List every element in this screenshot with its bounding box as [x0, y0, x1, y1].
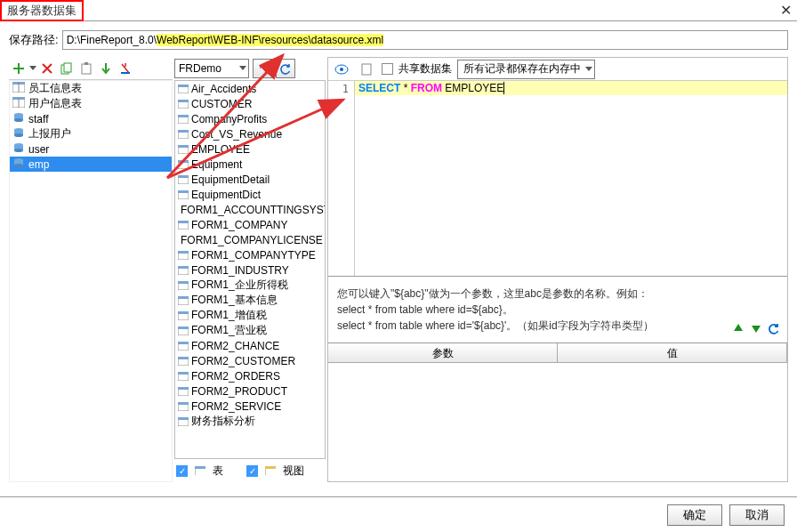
grid-icon	[12, 82, 25, 95]
connection-dropdown[interactable]: FRDemo	[174, 59, 249, 78]
table-item[interactable]: FORM1_增值税	[175, 308, 325, 323]
table-item[interactable]: CompanyProfits	[175, 111, 325, 126]
param-table-body[interactable]	[328, 363, 787, 481]
table-icon	[178, 417, 189, 426]
dataset-item[interactable]: emp	[10, 157, 172, 172]
table-item[interactable]: FORM1_ACCOUNTTINGSYSTEM	[175, 202, 325, 217]
param-col-value: 值	[558, 343, 787, 362]
page-button[interactable]	[357, 60, 376, 79]
table-item[interactable]: FORM1_INDUSTRY	[175, 262, 325, 278]
table-item[interactable]: FORM2_PRODUCT	[175, 383, 325, 399]
svg-rect-50	[178, 281, 189, 284]
table-icon	[178, 387, 189, 396]
table-item[interactable]: EquipmentDetail	[175, 172, 325, 187]
clear-button[interactable]	[116, 59, 135, 78]
add-button[interactable]	[9, 59, 28, 78]
table-icon	[178, 145, 189, 154]
memory-mode-dropdown[interactable]: 所有记录都保存在内存中	[457, 60, 595, 79]
db-icon	[12, 157, 25, 171]
table-item[interactable]: EMPLOYEE	[175, 141, 325, 157]
dataset-item[interactable]: staff	[10, 111, 172, 126]
table-icon	[178, 175, 189, 184]
save-path-label: 保存路径:	[9, 32, 59, 48]
sql-editor[interactable]: 1 SELECT * FROM EMPLOYEE	[328, 81, 787, 277]
table-icon	[178, 130, 189, 139]
db-icon	[12, 127, 25, 141]
views-checkbox[interactable]: ✓	[246, 465, 258, 477]
dataset-item[interactable]: 员工信息表	[10, 81, 172, 96]
close-icon[interactable]: ✕	[780, 2, 792, 19]
svg-rect-38	[178, 190, 189, 193]
svg-rect-24	[178, 85, 189, 87]
param-down-icon[interactable]	[750, 322, 762, 339]
sql-toolbar: 共享数据集 所有记录都保存在内存中	[328, 58, 787, 81]
svg-rect-68	[178, 417, 189, 420]
delete-button[interactable]	[37, 59, 57, 78]
table-item[interactable]: FORM1_营业税	[175, 323, 325, 338]
table-item[interactable]: FORM1_企业所得税	[175, 278, 325, 293]
ok-button[interactable]: 确定	[667, 504, 722, 526]
svg-rect-66	[178, 402, 189, 405]
move-down-button[interactable]	[96, 59, 116, 78]
svg-point-74	[340, 68, 343, 71]
table-item[interactable]: FORM1_基本信息	[175, 293, 325, 308]
param-refresh-icon[interactable]	[768, 322, 780, 339]
tables-checkbox[interactable]: ✓	[176, 465, 188, 477]
table-icon	[178, 357, 189, 366]
refresh-tables-button[interactable]	[276, 59, 295, 78]
table-item[interactable]: FORM2_CHANCE	[175, 338, 325, 353]
save-path-input[interactable]: D:\FineReport_8.0\WebReport\WEB-INF\reso…	[62, 30, 788, 50]
table-item[interactable]: Air_Accidents	[175, 81, 325, 96]
table-list[interactable]: Air_AccidentsCUSTOMERCompanyProfitsCost_…	[174, 80, 326, 459]
table-item[interactable]: FORM1_COMPANYTYPE	[175, 247, 325, 262]
table-icon	[178, 311, 189, 320]
preview-button[interactable]	[332, 60, 351, 79]
svg-rect-60	[178, 357, 189, 359]
svg-point-21	[14, 164, 23, 167]
table-icon	[178, 342, 189, 351]
table-item[interactable]: FORM2_SERVICE	[175, 399, 325, 414]
table-icon	[178, 115, 189, 124]
table-item[interactable]: FORM2_ORDERS	[175, 368, 325, 383]
table-item[interactable]: EquipmentDict	[175, 187, 325, 202]
share-checkbox[interactable]	[382, 63, 393, 75]
table-icon	[178, 221, 189, 230]
svg-point-12	[14, 118, 23, 122]
svg-rect-42	[178, 221, 189, 223]
save-path-row: 保存路径: D:\FineReport_8.0\WebReport\WEB-IN…	[0, 21, 797, 57]
table-toolbar: FRDemo	[174, 57, 326, 80]
window-title: 服务器数据集	[0, 0, 84, 21]
svg-rect-58	[178, 342, 189, 344]
table-item[interactable]: Equipment	[175, 157, 325, 172]
svg-rect-1	[64, 63, 71, 72]
table-item[interactable]: 财务指标分析	[175, 414, 325, 429]
svg-rect-3	[85, 62, 88, 65]
svg-rect-52	[178, 296, 189, 299]
dataset-item[interactable]: 上报用户	[10, 126, 172, 141]
svg-point-15	[14, 133, 23, 137]
svg-rect-62	[178, 372, 189, 375]
svg-rect-26	[178, 100, 189, 102]
settings-button[interactable]	[253, 59, 272, 78]
table-item[interactable]: Cost_VS_Revenue	[175, 126, 325, 141]
svg-point-18	[14, 149, 23, 152]
add-dropdown[interactable]	[28, 59, 37, 78]
table-icon	[178, 296, 189, 305]
copy-button[interactable]	[57, 59, 76, 78]
cancel-button[interactable]: 取消	[729, 504, 785, 526]
table-filter-row: ✓ 表 ✓ 视图	[174, 459, 326, 482]
table-item[interactable]: FORM2_CUSTOMER	[175, 353, 325, 368]
param-hint: 您可以键入"${abc}"做为一个参数，这里abc是参数的名称。例如： sele…	[328, 277, 787, 343]
param-up-icon[interactable]	[732, 322, 745, 339]
dataset-item[interactable]: 用户信息表	[10, 96, 172, 111]
table-icon	[178, 85, 189, 93]
table-icon	[178, 160, 189, 169]
dataset-list[interactable]: 员工信息表用户信息表staff上报用户useremp	[9, 80, 173, 482]
table-item[interactable]: FORM1_COMPANYLICENSE	[175, 232, 325, 247]
paste-button[interactable]	[76, 59, 96, 78]
table-item[interactable]: CUSTOMER	[175, 96, 325, 111]
dataset-item[interactable]: user	[10, 141, 172, 157]
svg-rect-2	[82, 64, 91, 74]
table-item[interactable]: FORM1_COMPANY	[175, 217, 325, 232]
svg-rect-30	[178, 130, 189, 133]
